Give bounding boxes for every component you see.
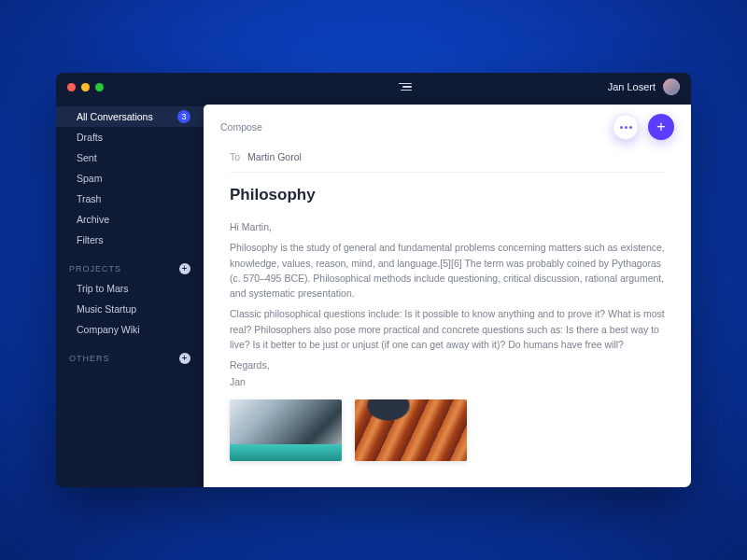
close-icon[interactable] <box>67 83 76 91</box>
user-block[interactable]: Jan Losert <box>608 78 680 95</box>
signature: Jan <box>230 374 665 389</box>
subject[interactable]: Philosophy <box>230 173 665 214</box>
compose-panel: Compose + To Martin Gorol Philosophy <box>204 105 691 487</box>
to-row[interactable]: To Martin Gorol <box>230 147 665 173</box>
sidebar-item-label: Company Wiki <box>77 324 140 335</box>
paragraph: Philosophy is the study of general and f… <box>230 240 665 301</box>
compose-title: Compose <box>220 121 262 133</box>
sidebar-item-trash[interactable]: Trash <box>56 189 204 209</box>
sidebar-item-archive[interactable]: Archive <box>56 209 204 230</box>
minimize-icon[interactable] <box>81 83 90 91</box>
compose-body[interactable]: To Martin Gorol Philosophy Hi Martin, Ph… <box>204 146 691 476</box>
attachments <box>230 399 665 461</box>
more-icon <box>620 126 632 129</box>
sidebar-item-label: Sent <box>77 152 97 163</box>
projects-heading: Projects + <box>56 263 204 274</box>
sidebar-item-label: Trash <box>77 193 101 204</box>
compose-header: Compose + <box>204 105 691 146</box>
greeting: Hi Martin, <box>230 219 665 234</box>
app-window: Jan Losert All Conversations 3 Drafts Se… <box>56 73 691 487</box>
sidebar-item-music-startup[interactable]: Music Startup <box>56 299 204 319</box>
sidebar-item-drafts[interactable]: Drafts <box>56 127 204 147</box>
sidebar: All Conversations 3 Drafts Sent Spam Tra… <box>56 101 204 487</box>
unread-badge: 3 <box>177 110 190 123</box>
sidebar-item-all-conversations[interactable]: All Conversations 3 <box>56 106 204 127</box>
titlebar: Jan Losert <box>56 73 691 101</box>
sidebar-item-label: All Conversations <box>77 111 153 122</box>
app-body: All Conversations 3 Drafts Sent Spam Tra… <box>56 101 691 487</box>
sidebar-item-label: Filters <box>77 234 104 245</box>
to-label: To <box>230 151 240 162</box>
sidebar-item-label: Archive <box>77 214 109 225</box>
sidebar-item-spam[interactable]: Spam <box>56 168 204 189</box>
plus-icon: + <box>656 119 665 135</box>
sidebar-item-label: Spam <box>77 173 102 184</box>
paragraph: Classic philosophical questions include:… <box>230 306 665 352</box>
sidebar-item-label: Music Startup <box>77 303 136 315</box>
add-project-icon[interactable]: + <box>179 263 190 274</box>
sidebar-item-company-wiki[interactable]: Company Wiki <box>56 319 204 340</box>
maximize-icon[interactable] <box>95 83 104 91</box>
sidebar-item-sent[interactable]: Sent <box>56 147 204 168</box>
window-controls <box>67 83 104 91</box>
to-value: Martin Gorol <box>247 151 302 162</box>
sidebar-item-trip-to-mars[interactable]: Trip to Mars <box>56 278 204 299</box>
attachment-thumb[interactable] <box>230 399 342 461</box>
sidebar-item-label: Drafts <box>77 132 103 143</box>
menu-icon[interactable] <box>399 83 412 91</box>
add-button[interactable]: + <box>648 114 674 140</box>
sidebar-item-filters[interactable]: Filters <box>56 230 204 250</box>
avatar <box>663 78 680 95</box>
section-label: Others <box>69 354 110 363</box>
sidebar-item-label: Trip to Mars <box>77 283 129 294</box>
add-other-icon[interactable]: + <box>179 353 190 364</box>
section-label: Projects <box>69 264 121 273</box>
regards: Regards, <box>230 357 665 372</box>
more-button[interactable] <box>613 114 639 140</box>
attachment-thumb[interactable] <box>355 399 467 461</box>
others-heading: Others + <box>56 353 204 364</box>
compose-actions: + <box>613 114 674 140</box>
username-label: Jan Losert <box>608 81 655 92</box>
message-body[interactable]: Hi Martin, Philosophy is the study of ge… <box>230 219 665 390</box>
